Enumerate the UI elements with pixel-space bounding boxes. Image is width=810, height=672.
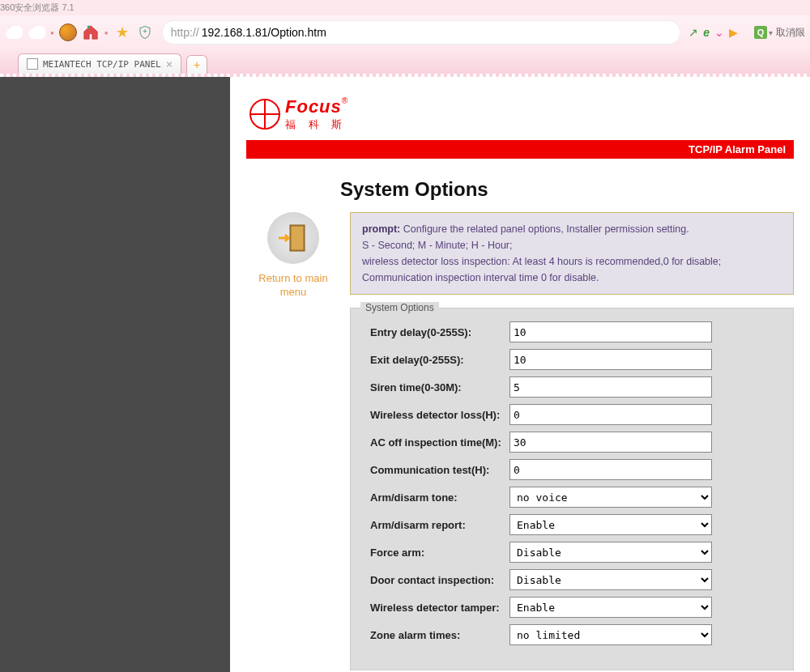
form-row: Entry delay(0-255S):: [370, 321, 774, 342]
prompt-label: prompt:: [362, 223, 400, 235]
select-input[interactable]: no voice: [509, 487, 712, 508]
tab-close-icon[interactable]: ×: [166, 57, 173, 70]
select-input[interactable]: Disable: [509, 569, 712, 590]
form-label: Door contact inspection:: [370, 574, 509, 586]
form-label: Zone alarm times:: [370, 629, 509, 641]
left-dark-panel: [0, 77, 230, 672]
browser-tab[interactable]: MEIANTECH TCP/IP PANEL ×: [18, 53, 181, 74]
form-label: Arm/disarm report:: [370, 519, 509, 531]
browser-window-title: 360安全浏览器 7.1: [0, 0, 810, 15]
form-row: Siren time(0-30M):: [370, 376, 774, 398]
logo-row: Focus® 福 科 斯: [246, 93, 794, 140]
prompt-line1: Configure the related panel options, Ins…: [403, 223, 689, 235]
select-input[interactable]: Enable: [509, 514, 712, 535]
ie-icon[interactable]: e: [703, 26, 710, 39]
text-input[interactable]: [509, 459, 712, 480]
form-label: AC off inspection time(M):: [370, 436, 509, 449]
return-icon-circle[interactable]: [267, 212, 319, 264]
form-label: Entry delay(0-255S):: [370, 326, 509, 338]
page-icon: [27, 58, 38, 70]
play-icon[interactable]: ▶: [729, 26, 738, 39]
tab-label: MEIANTECH TCP/IP PANEL: [43, 59, 161, 70]
page-title: System Options: [340, 178, 794, 201]
prompt-line4: Communication inspection interval time 0…: [362, 272, 599, 283]
chevron-down-icon[interactable]: ⌄: [714, 26, 724, 39]
form-row: Wireless detector tamper:Enable: [370, 597, 774, 618]
form-row: Communication test(H):: [370, 459, 774, 480]
toolbar-right-icons: ↗ e ⌄ ▶: [688, 26, 741, 39]
form-row: Wireless detector loss(H):: [370, 404, 774, 425]
prompt-line3: wireless detector loss inspection: At le…: [362, 256, 721, 267]
text-input[interactable]: [509, 432, 712, 453]
form-label: Communication test(H):: [370, 464, 509, 476]
form-label: Force arm:: [370, 547, 509, 559]
select-input[interactable]: no limited: [509, 624, 712, 645]
form-row: Force arm:Disable: [370, 542, 774, 563]
select-input[interactable]: Enable: [509, 597, 712, 618]
form-row: Arm/disarm tone:no voice: [370, 487, 774, 508]
logo-text-cn: 福 科 斯: [285, 117, 347, 132]
svg-rect-1: [292, 227, 303, 249]
text-input[interactable]: [509, 321, 712, 342]
favorites-icon[interactable]: ★: [113, 23, 131, 41]
search-dropdown-icon[interactable]: ▾: [769, 28, 773, 37]
share-icon[interactable]: ↗: [688, 26, 698, 39]
separator-dot: ●: [50, 29, 54, 36]
tab-bar: MEIANTECH TCP/IP PANEL × +: [0, 49, 810, 74]
system-options-fieldset: System Options Entry delay(0-255S):Exit …: [350, 308, 794, 670]
form-row: AC off inspection time(M):: [370, 432, 774, 453]
door-exit-icon: [277, 222, 309, 254]
banner: TCP/IP Alarm Panel: [246, 140, 794, 159]
form-row: Door contact inspection:Disable: [370, 569, 774, 590]
logo-text-en: Focus: [285, 96, 342, 117]
focus-logo: Focus® 福 科 斯: [249, 96, 791, 132]
fieldset-legend: System Options: [360, 302, 439, 313]
cancel-limit-text[interactable]: 取消限: [776, 26, 805, 40]
form-row: Zone alarm times:no limited: [370, 624, 774, 645]
form-label: Siren time(0-30M):: [370, 381, 509, 393]
form-label: Exit delay(0-255S):: [370, 354, 509, 366]
search-cancel-group: Q ▾ 取消限: [754, 26, 805, 40]
form-label: Arm/disarm tone:: [370, 491, 509, 504]
content-area: Focus® 福 科 斯 TCP/IP Alarm Panel System O…: [0, 77, 810, 672]
form-row: Arm/disarm report:Enable: [370, 514, 774, 535]
left-column: Return to main menu: [246, 212, 340, 300]
prompt-line2: S - Second; M - Minute; H - Hour;: [362, 240, 512, 251]
search-q-icon[interactable]: Q: [754, 26, 767, 39]
browser-toolbar: ● ● ★ http:// ↗ e ⌄ ▶ Q ▾ 取消限: [0, 15, 810, 49]
shield-icon[interactable]: [136, 23, 154, 41]
select-input[interactable]: Disable: [509, 542, 712, 563]
url-bar[interactable]: http://: [162, 20, 681, 45]
logo-mark-icon: [249, 99, 280, 130]
form-label: Wireless detector loss(H):: [370, 409, 509, 421]
text-input[interactable]: [509, 349, 712, 370]
right-column: prompt: Configure the related panel opti…: [350, 212, 794, 672]
url-scheme: http://: [171, 26, 199, 39]
add-tab-button[interactable]: +: [186, 55, 207, 74]
return-link[interactable]: Return to main menu: [246, 272, 340, 300]
logo-reg-mark: ®: [342, 96, 347, 105]
separator-dot: ●: [104, 29, 109, 36]
cloud-left-icon[interactable]: [5, 23, 23, 41]
form-label: Wireless detector tamper:: [370, 602, 509, 614]
page-content: Focus® 福 科 斯 TCP/IP Alarm Panel System O…: [230, 77, 810, 672]
globe-icon[interactable]: [59, 23, 77, 41]
home-icon[interactable]: [82, 23, 100, 41]
prompt-box: prompt: Configure the related panel opti…: [350, 212, 794, 295]
url-input[interactable]: [200, 25, 671, 40]
text-input[interactable]: [509, 376, 712, 398]
form-row: Exit delay(0-255S):: [370, 349, 774, 370]
text-input[interactable]: [509, 404, 712, 425]
cloud-right-icon[interactable]: [28, 23, 45, 41]
